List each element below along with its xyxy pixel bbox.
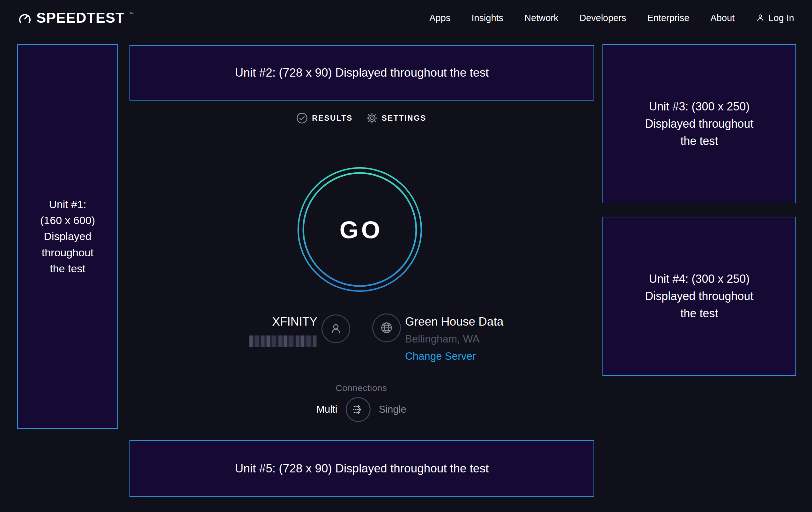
go-button[interactable]: GO [296,166,424,293]
logo-wordmark: SPEEDTEST [36,9,125,26]
nav-item-network[interactable]: Network [524,13,558,23]
go-label: GO [339,216,383,244]
login-label: Log In [768,13,794,23]
ad-unit-4-rectangle[interactable]: Unit #4: (300 x 250) Displayed throughou… [603,217,796,376]
nav-item-enterprise[interactable]: Enterprise [647,13,689,23]
tab-results-label: RESULTS [312,114,353,123]
isp-name: XFINITY [190,315,317,328]
nav-item-apps[interactable]: Apps [429,13,450,23]
tab-results[interactable]: RESULTS [296,112,353,124]
server-location: Bellingham, WA [405,333,503,345]
gear-icon [366,112,378,124]
user-icon [756,13,765,23]
go-label-wrap: GO [296,166,424,293]
nav-item-insights[interactable]: Insights [471,13,503,23]
isp-avatar-circle [321,315,350,343]
server-info: Green House Data Bellingham, WA Change S… [405,315,503,362]
server-name: Green House Data [405,315,503,328]
multi-arrows-icon [351,403,365,416]
check-circle-icon [296,112,308,124]
nav-menu: Apps Insights Network Developers Enterpr… [429,13,794,23]
change-server-link[interactable]: Change Server [405,350,503,362]
ad-unit-3-rectangle[interactable]: Unit #3: (300 x 250) Displayed throughou… [603,44,796,203]
tab-settings[interactable]: SETTINGS [366,112,427,124]
login-button[interactable]: Log In [756,13,794,23]
ad-unit-1-skyscraper[interactable]: Unit #1: (160 x 600) Displayed throughou… [17,44,118,429]
logo-trademark: ™ [130,11,134,16]
isp-ip-redacted [250,335,317,347]
top-nav-bar: SPEEDTEST ™ Apps Insights Network Develo… [0,0,812,36]
tab-bar: RESULTS [294,112,428,124]
speedtest-logo[interactable]: SPEEDTEST ™ [18,9,134,26]
ad-unit-5-leaderboard[interactable]: Unit #5: (728 x 90) Displayed throughout… [129,440,594,497]
connections-label: Connections [294,383,428,393]
nav-item-about[interactable]: About [710,13,735,23]
connections-toggle[interactable] [346,397,371,422]
speedometer-icon [18,12,32,25]
connections-row: Multi Single [294,397,428,422]
speedtest-page: SPEEDTEST ™ Apps Insights Network Develo… [0,0,812,512]
ad-unit-2-leaderboard[interactable]: Unit #2: (728 x 90) Displayed throughout… [129,45,594,101]
nav-item-developers[interactable]: Developers [580,13,627,23]
server-globe-circle [372,314,401,342]
connections-multi-option[interactable]: Multi [316,404,337,415]
connections-single-option[interactable]: Single [379,404,406,415]
person-icon [328,321,343,336]
globe-icon [379,320,394,335]
tab-settings-label: SETTINGS [382,114,427,123]
